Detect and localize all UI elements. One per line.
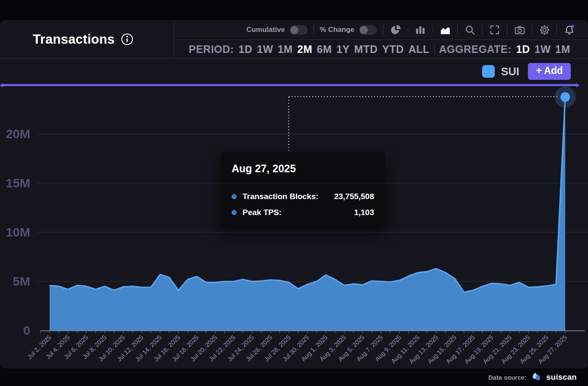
tooltip-date: Aug 27, 2025	[221, 152, 385, 183]
settings-icon[interactable]	[538, 24, 551, 36]
aggregate-option-1w[interactable]: 1W	[535, 43, 551, 55]
divider	[482, 25, 483, 35]
series-bullet-icon	[232, 210, 237, 215]
period-aggregate-row: PERIOD: 1D1W1M2M6M1YMTDYTDALL AGGREGATE:…	[174, 40, 588, 59]
period-option-ytd[interactable]: YTD	[382, 43, 404, 55]
period-option-2m[interactable]: 2M	[297, 43, 312, 55]
range-navigator-bar[interactable]	[3, 84, 577, 86]
add-series-button[interactable]: + Add	[528, 63, 571, 80]
series-bullet-icon	[232, 194, 237, 199]
bar-chart-icon[interactable]	[414, 24, 427, 36]
area-chart-icon[interactable]	[439, 24, 451, 36]
divider	[408, 29, 408, 31]
period-option-1w[interactable]: 1W	[257, 43, 273, 55]
divider	[383, 25, 383, 35]
tooltip-row: Transaction Blocks: 23,755,508	[232, 192, 374, 201]
data-source-brand[interactable]: suiscan	[546, 373, 577, 382]
percent-change-toggle[interactable]	[359, 25, 377, 35]
suiscan-logo-icon	[531, 372, 542, 383]
tooltip-row-label: Transaction Blocks:	[243, 192, 319, 201]
notification-dot	[570, 25, 573, 28]
aggregate-label: AGGREGATE:	[439, 43, 512, 55]
legend-row: SUI + Add	[0, 59, 588, 84]
toggle-knob	[360, 26, 368, 34]
divider	[457, 25, 458, 35]
aggregate-option-1d[interactable]: 1D	[516, 43, 530, 55]
toggle-knob	[290, 26, 298, 34]
toolbar: Cumulative % Change	[174, 20, 588, 40]
tooltip-row-value: 1,103	[354, 208, 374, 217]
percent-change-label: % Change	[320, 26, 354, 34]
period-option-all[interactable]: ALL	[409, 43, 430, 55]
tooltip-row-label: Peak TPS:	[243, 208, 282, 217]
cumulative-toggle-group: Cumulative	[246, 25, 308, 35]
period-option-1m[interactable]: 1M	[278, 43, 293, 55]
divider	[507, 25, 507, 35]
period-option-mtd[interactable]: MTD	[354, 43, 378, 55]
info-icon[interactable]	[121, 33, 134, 46]
camera-icon[interactable]	[513, 24, 526, 36]
divider	[532, 25, 532, 35]
cumulative-toggle[interactable]	[290, 25, 308, 35]
divider	[432, 29, 433, 31]
period-option-6m[interactable]: 6M	[317, 43, 332, 55]
percent-change-toggle-group: % Change	[320, 25, 377, 35]
cumulative-label: Cumulative	[246, 26, 285, 34]
panel-header-title: Transactions	[0, 20, 174, 59]
period-option-1y[interactable]: 1Y	[336, 43, 350, 55]
pie-chart-icon[interactable]	[389, 24, 402, 36]
data-source-label: Data source:	[488, 374, 527, 381]
page-title: Transactions	[33, 32, 115, 47]
aggregate-option-1m[interactable]: 1M	[555, 43, 570, 55]
period-label: PERIOD:	[189, 43, 234, 55]
fullscreen-icon[interactable]	[488, 24, 501, 36]
chart-tooltip: Aug 27, 2025 Transaction Blocks: 23,755,…	[221, 152, 385, 228]
series-label[interactable]: SUI	[501, 65, 519, 78]
notifications-icon[interactable]	[563, 24, 575, 36]
period-option-1d[interactable]: 1D	[239, 43, 253, 55]
divider	[314, 25, 314, 35]
tooltip-body: Transaction Blocks: 23,755,508 Peak TPS:…	[221, 183, 385, 228]
sui-swatch[interactable]	[482, 65, 495, 78]
search-icon[interactable]	[464, 24, 476, 36]
tooltip-row: Peak TPS: 1,103	[232, 208, 374, 217]
divider	[556, 25, 557, 35]
footer: Data source: suiscan	[0, 368, 588, 386]
tooltip-row-value: 23,755,508	[334, 192, 374, 201]
divider	[434, 44, 435, 54]
